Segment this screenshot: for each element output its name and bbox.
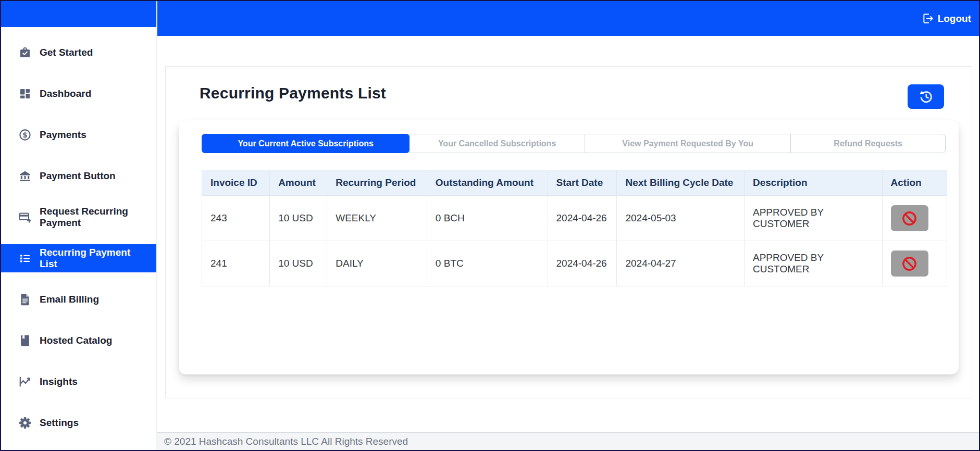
recurring-payments-table: Invoice ID Amount Recurring Period Outst… <box>202 170 947 286</box>
sidebar-item-label: Hosted Catalog <box>40 335 112 346</box>
book-icon <box>18 334 32 347</box>
tab-current-active-subscriptions[interactable]: Your Current Active Subscriptions <box>202 134 410 153</box>
sidebar-nav: Get Started Dashboard $ Payments Payment… <box>1 27 156 450</box>
page-title: Recurring Payments List <box>200 84 386 102</box>
logout-label: Logout <box>938 13 971 24</box>
column-header-amount: Amount <box>270 170 327 196</box>
panel-header: Recurring Payments List <box>179 81 959 109</box>
top-header-bar: Logout <box>157 1 979 36</box>
column-header-invoice-id: Invoice ID <box>202 170 270 196</box>
sidebar-item-label: Recurring Payment List <box>40 247 147 270</box>
content-panel: Recurring Payments List Your Current Act… <box>165 66 972 398</box>
sidebar-item-label: Dashboard <box>40 88 91 99</box>
tab-view-payment-requested[interactable]: View Payment Requested By You <box>585 134 791 153</box>
sidebar-item-label: Email Billing <box>40 294 99 305</box>
sidebar: Get Started Dashboard $ Payments Payment… <box>1 1 157 450</box>
column-header-next-billing-cycle-date: Next Billing Cycle Date <box>617 170 745 196</box>
sidebar-item-label: Request Recurring Payment <box>40 206 147 229</box>
card-plus-icon <box>18 210 32 224</box>
sidebar-item-label: Insights <box>40 376 78 387</box>
chart-line-icon <box>18 375 32 389</box>
table-row: 243 10 USD WEEKLY 0 BCH 2024-04-26 2024-… <box>202 196 947 241</box>
logout-button[interactable]: Logout <box>922 12 971 24</box>
tab-refund-requests[interactable]: Refund Requests <box>790 134 946 153</box>
cell-amount: 10 USD <box>270 241 327 286</box>
sidebar-item-recurring-payment-list[interactable]: Recurring Payment List <box>1 244 156 272</box>
sidebar-item-insights[interactable]: Insights <box>1 368 156 396</box>
column-header-start-date: Start Date <box>548 170 617 196</box>
table-row: 241 10 USD DAILY 0 BTC 2024-04-26 2024-0… <box>202 241 947 286</box>
bank-icon <box>18 169 32 183</box>
cancel-subscription-button[interactable] <box>891 205 928 231</box>
app-window: Get Started Dashboard $ Payments Payment… <box>1 1 979 450</box>
sidebar-item-label: Get Started <box>40 47 93 58</box>
sidebar-item-settings[interactable]: Settings <box>1 409 156 437</box>
cell-invoice-id: 241 <box>202 241 270 286</box>
sidebar-logo-block <box>1 1 156 27</box>
main-content: Recurring Payments List Your Current Act… <box>157 36 979 432</box>
sidebar-item-label: Payments <box>40 129 86 141</box>
subscription-tabs: Your Current Active Subscriptions Your C… <box>202 134 947 153</box>
cell-action <box>882 196 947 241</box>
history-icon <box>919 90 933 104</box>
cell-action <box>882 241 947 286</box>
column-header-recurring-period: Recurring Period <box>327 170 427 196</box>
cell-outstanding-amount: 0 BTC <box>427 241 548 286</box>
table-header-row: Invoice ID Amount Recurring Period Outst… <box>202 170 947 196</box>
cell-next-billing-cycle-date: 2024-05-03 <box>617 196 745 241</box>
cell-start-date: 2024-04-26 <box>548 196 617 241</box>
gear-icon <box>18 416 32 430</box>
cell-recurring-period: WEEKLY <box>327 196 427 241</box>
cell-description: APPROVED BY CUSTOMER <box>745 241 883 286</box>
cancel-subscription-button[interactable] <box>891 250 928 277</box>
sidebar-item-request-recurring-payment[interactable]: Request Recurring Payment <box>1 203 156 231</box>
column-header-description: Description <box>745 170 883 196</box>
dashboard-grid-icon <box>18 87 32 101</box>
cell-next-billing-cycle-date: 2024-04-27 <box>617 241 745 286</box>
sidebar-item-payment-button[interactable]: Payment Button <box>1 162 156 190</box>
column-header-action: Action <box>882 170 947 196</box>
briefcase-check-icon <box>18 46 32 59</box>
sidebar-item-get-started[interactable]: Get Started <box>1 39 156 67</box>
list-icon <box>18 252 32 265</box>
refresh-history-button[interactable] <box>908 84 944 109</box>
subscriptions-card: Your Current Active Subscriptions Your C… <box>179 120 959 374</box>
sidebar-item-label: Payment Button <box>40 170 116 182</box>
sidebar-item-label: Settings <box>40 417 79 429</box>
footer: © 2021 Hashcash Consultants LLC All Righ… <box>157 432 979 450</box>
cell-amount: 10 USD <box>270 196 327 241</box>
cell-recurring-period: DAILY <box>327 241 427 286</box>
cell-outstanding-amount: 0 BCH <box>427 196 548 241</box>
sidebar-item-email-billing[interactable]: Email Billing <box>1 285 156 314</box>
ban-icon <box>901 256 917 272</box>
cell-start-date: 2024-04-26 <box>548 241 617 286</box>
cell-invoice-id: 243 <box>202 196 270 241</box>
ban-icon <box>901 210 917 227</box>
dollar-circle-icon: $ <box>18 128 32 142</box>
footer-copyright: © 2021 Hashcash Consultants LLC All Righ… <box>164 436 408 447</box>
sidebar-item-dashboard[interactable]: Dashboard <box>1 80 156 108</box>
sidebar-item-hosted-catalog[interactable]: Hosted Catalog <box>1 327 156 355</box>
sign-out-icon <box>922 12 934 24</box>
sidebar-item-payments[interactable]: $ Payments <box>1 121 156 149</box>
svg-text:$: $ <box>22 131 27 139</box>
document-icon <box>18 293 32 306</box>
tab-cancelled-subscriptions[interactable]: Your Cancelled Subscriptions <box>409 134 585 153</box>
cell-description: APPROVED BY CUSTOMER <box>745 196 883 241</box>
column-header-outstanding-amount: Outstanding Amount <box>427 170 548 196</box>
